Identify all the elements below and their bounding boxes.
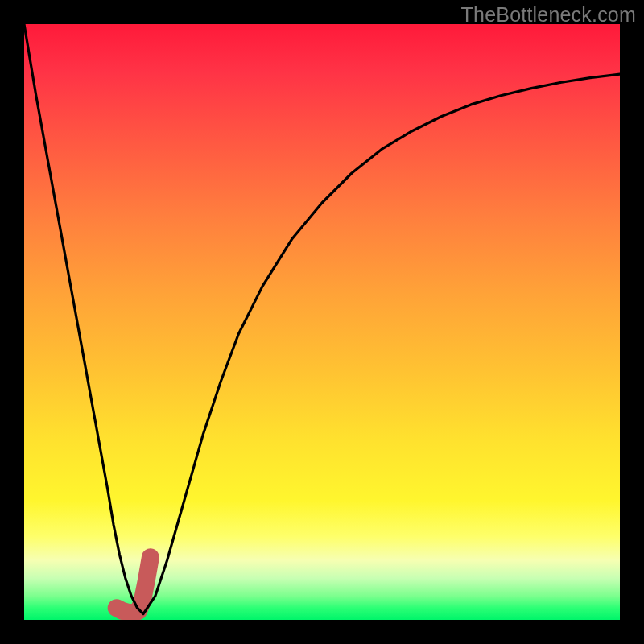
- watermark-text: TheBottleneck.com: [461, 3, 636, 27]
- outer-frame: TheBottleneck.com: [0, 0, 644, 644]
- plot-area: [24, 24, 620, 620]
- chart-svg: [24, 24, 620, 620]
- bottleneck-curve: [24, 24, 620, 614]
